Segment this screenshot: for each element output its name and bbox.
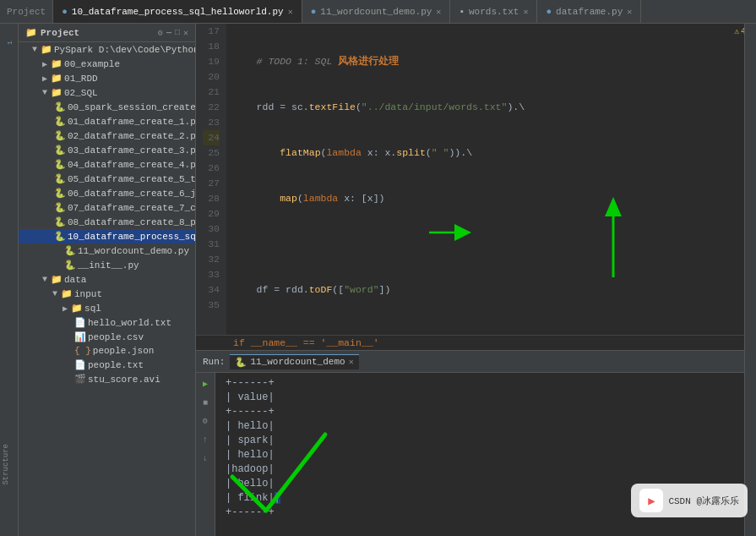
sidebar-item-df1[interactable]: 🐍 01_dataframe_create_1.py	[19, 114, 195, 129]
py-file-icon12: 🐍	[64, 260, 76, 271]
sidebar-item-ptxt[interactable]: 📄 people.txt	[19, 358, 195, 372]
sidebar-close-icon[interactable]: —	[166, 28, 171, 37]
run-tab-label: 11_wordcount_demo	[250, 357, 345, 367]
bottom-code-line: if __name__ == '__main__'	[196, 335, 756, 350]
tab-close-icon[interactable]: ✕	[288, 7, 293, 17]
sidebar-item-init[interactable]: 🐍 __init__.py	[19, 258, 195, 272]
code-content[interactable]: # TODO 1: SQL 风格进行处理 rdd = sc.textFile("…	[226, 24, 756, 335]
sidebar-item-df2[interactable]: 🐍 02_dataframe_create_2.py	[19, 129, 195, 143]
py-file-icon4: 🐍	[54, 145, 66, 156]
run-tab-active[interactable]: 🐍 11_wordcount_demo ✕	[230, 354, 358, 369]
left-rail-btn1[interactable]: 1	[2, 36, 17, 51]
sidebar-item-df3[interactable]: 🐍 03_dataframe_create_3.py	[19, 143, 195, 157]
sidebar-item-stu[interactable]: 🎬 stu_score.avi	[19, 372, 195, 386]
txt-file-icon: 📄	[74, 317, 86, 328]
sidebar-gear-icon[interactable]: ✕	[183, 28, 188, 38]
arrow-down-input: ▼	[52, 289, 57, 298]
run-settings-btn[interactable]: ⚙	[198, 413, 213, 429]
sidebar-item-wc[interactable]: 🐍 11_wordcount_demo.py	[19, 243, 195, 258]
code-line-23	[233, 328, 749, 335]
sidebar: 📁 Project ⚙ — □ ✕ ▼ 📁 PySpark D:\dev\Cod…	[19, 24, 196, 536]
sidebar-item-02sql[interactable]: ▼ 📁 02_SQL	[19, 85, 195, 100]
sidebar-item-df4[interactable]: 🐍 04_dataframe_create_4.py	[19, 157, 195, 172]
avi-file-icon: 🎬	[74, 374, 86, 385]
editor-area: 17 18 19 20 21 22 23 24 25 26 27 28 29 3…	[196, 24, 756, 536]
py-file-icon11: 🐍	[64, 245, 76, 256]
sidebar-item-pjson[interactable]: { } people.json	[19, 344, 195, 358]
code-line-20: map(lambda x: [x])	[233, 191, 749, 206]
py-file-icon3: 🐍	[54, 130, 66, 141]
sidebar-item-pyspark[interactable]: ▼ 📁 PySpark D:\dev\Code\Python\PySpar	[19, 42, 195, 57]
csv-file-icon: 📊	[74, 331, 86, 342]
ptxt-label: people.txt	[88, 360, 144, 370]
sidebar-item-01rdd[interactable]: ▶ 📁 01_RDD	[19, 71, 195, 85]
run-play-btn[interactable]: ▶	[198, 376, 213, 391]
sidebar-settings-icon[interactable]: ⚙	[158, 28, 163, 38]
code-editor: 17 18 19 20 21 22 23 24 25 26 27 28 29 3…	[196, 24, 756, 335]
run-scroll-bottom-btn[interactable]: ↓	[198, 451, 213, 466]
sidebar-item-df8[interactable]: 🐍 08_dataframe_create_8_parquet.	[19, 215, 195, 229]
run-tab-close[interactable]: ✕	[349, 357, 354, 367]
txt-file-icon2: 📄	[74, 359, 86, 370]
file-label3: 02_dataframe_create_2.py	[68, 131, 195, 141]
py-file-icon10: 🐍	[54, 231, 66, 242]
pyspark-label: PySpark D:\dev\Code\Python\PySpar	[54, 45, 195, 55]
sidebar-item-df7[interactable]: 🐍 07_dataframe_create_7_csv.py	[19, 200, 195, 215]
code-line-18: rdd = sc.textFile("../data/input/words.t…	[233, 100, 749, 115]
arrow-right-icon: ▶	[42, 59, 47, 69]
folder-icon-input: 📁	[61, 288, 73, 299]
data-label: data	[64, 275, 86, 285]
watermark-text: CSDN @冰露乐乐	[668, 495, 739, 507]
sidebar-item-00example[interactable]: ▶ 📁 00_example	[19, 57, 195, 71]
folder-icon-01: 📁	[51, 73, 63, 84]
run-label: Run:	[203, 357, 225, 367]
input-label: input	[74, 289, 102, 299]
folder-icon-00: 📁	[51, 58, 63, 69]
file-label2: 01_dataframe_create_1.py	[68, 117, 195, 127]
sidebar-item-input[interactable]: ▼ 📁 input	[19, 287, 195, 301]
sidebar-item-data[interactable]: ▼ 📁 data	[19, 272, 195, 287]
sidebar-item-df6[interactable]: 🐍 06_dataframe_create_6_json.py	[19, 186, 195, 200]
folder-icon-02: 📁	[51, 87, 63, 98]
code-line-19: flatMap(lambda x: x.split(" ")).\	[233, 145, 749, 161]
tab-dataframe[interactable]: ● dataframe.py ✕	[537, 0, 641, 23]
editor-wrapper: 17 18 19 20 21 22 23 24 25 26 27 28 29 3…	[196, 24, 756, 536]
watermark: ▶ CSDN @冰露乐乐	[631, 484, 748, 517]
run-file-icon: 🐍	[235, 357, 247, 368]
run-scroll-top-btn[interactable]: ↑	[198, 432, 213, 447]
file-label8: 07_dataframe_create_7_csv.py	[68, 203, 195, 213]
file-label5: 04_dataframe_create_4.py	[68, 160, 195, 170]
arrow-right-sql: ▶	[63, 304, 68, 314]
sidebar-item-df5[interactable]: 🐍 05_dataframe_create_5_text.py	[19, 172, 195, 186]
py-file-icon7: 🐍	[54, 188, 66, 199]
tab-close-icon2[interactable]: ✕	[436, 7, 441, 17]
tab-words-txt[interactable]: ▪ words.txt ✕	[450, 0, 537, 23]
sidebar-item-df10[interactable]: 🐍 10_dataframe_process_sql_hello	[19, 229, 195, 243]
arrow-down-icon2: ▼	[42, 88, 47, 97]
sidebar-item-pcsv[interactable]: 📊 people.csv	[19, 330, 195, 344]
tab-label2: 11_wordcount_demo.py	[320, 7, 432, 17]
file-label4: 03_dataframe_create_3.py	[68, 145, 195, 156]
txt-icon: ▪	[459, 7, 465, 17]
sidebar-expand-icon[interactable]: □	[175, 28, 180, 37]
tab-label: 10_dataframe_process_sql_helloworld.py	[72, 7, 284, 17]
py-icon3: ●	[546, 7, 552, 17]
arrow-right-icon2: ▶	[42, 74, 47, 84]
sidebar-item-spark-session[interactable]: 🐍 00_spark_session_create.py	[19, 100, 195, 114]
warning-icon: ⚠	[734, 26, 739, 36]
bottom-code: if __name__ == '__main__'	[233, 337, 379, 348]
folder-icon-data: 📁	[51, 274, 63, 285]
run-stop-btn[interactable]: ■	[198, 395, 213, 410]
folder-icon-sql: 📁	[71, 303, 83, 314]
tab-close-icon3[interactable]: ✕	[523, 7, 528, 17]
py-icon2: ●	[311, 7, 317, 17]
arrow-down-data: ▼	[42, 275, 47, 284]
tab-dataframe-process[interactable]: ● 10_dataframe_process_sql_helloworld.py…	[53, 0, 302, 23]
arrow-down-icon: ▼	[32, 45, 37, 54]
sidebar-item-sql-sub[interactable]: ▶ 📁 sql	[19, 301, 195, 315]
structure-label: Structure	[2, 444, 10, 485]
sidebar-item-hwt[interactable]: 📄 hello_world.txt	[19, 315, 195, 330]
file-label9: 08_dataframe_create_8_parquet.	[68, 217, 195, 227]
tab-close-icon4[interactable]: ✕	[627, 7, 632, 17]
tab-wordcount[interactable]: ● 11_wordcount_demo.py ✕	[302, 0, 451, 23]
